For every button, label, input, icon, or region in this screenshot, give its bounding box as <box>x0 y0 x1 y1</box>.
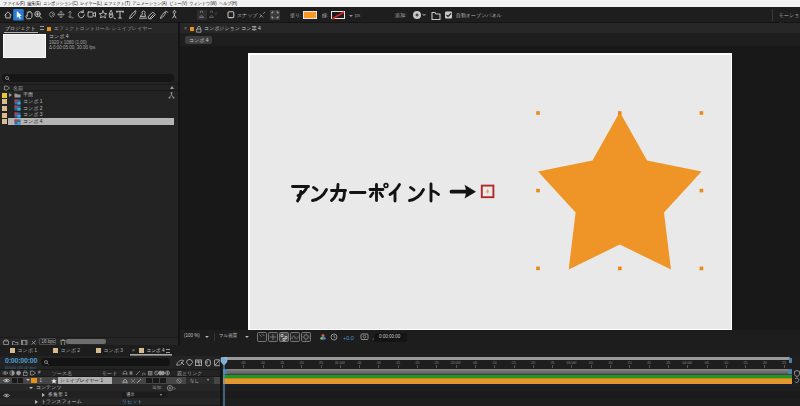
svg-text:+0.0: +0.0 <box>343 335 354 341</box>
svg-text:fx: fx <box>142 371 146 376</box>
